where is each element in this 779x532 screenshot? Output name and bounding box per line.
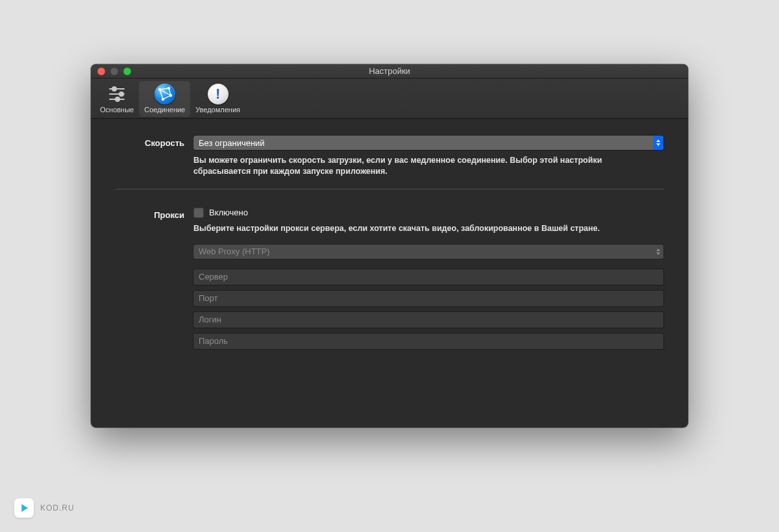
placeholder: Сервер [199,272,228,282]
tab-connection[interactable]: Соединение [139,81,190,117]
tab-label: Соединение [144,106,185,114]
svg-point-8 [162,98,164,101]
preferences-window: Настройки Основные [91,64,688,428]
exclamation-icon: ! [208,84,229,104]
proxy-login-field[interactable]: Логин [193,312,663,328]
svg-point-7 [169,94,172,97]
proxy-enabled-checkbox[interactable] [193,208,204,218]
placeholder: Порт [199,293,217,303]
watermark-text: KOD.RU [40,503,75,513]
sliders-icon [106,84,127,104]
proxy-type-select[interactable]: Web Proxy (HTTP) [193,245,663,259]
titlebar: Настройки [91,64,688,79]
network-icon [155,84,175,104]
toolbar: Основные [91,79,688,119]
tab-general[interactable]: Основные [95,81,139,117]
proxy-hint: Выберите настройки прокси сервера, если … [193,223,648,234]
content-area: Скорость Без ограничений Вы можете огран… [91,119,688,428]
traffic-lights [97,67,131,75]
watermark: KOD.RU [14,498,75,518]
svg-marker-9 [21,504,28,512]
close-button[interactable] [97,67,105,75]
proxy-password-field[interactable]: Пароль [193,333,663,349]
svg-point-6 [167,87,170,90]
tab-label: Основные [100,106,134,114]
proxy-type-value: Web Proxy (HTTP) [193,247,653,256]
speed-label: Скорость [116,136,193,148]
window-title: Настройки [91,64,688,79]
chevron-updown-icon [653,245,663,259]
proxy-enabled-label: Включено [209,208,248,217]
svg-point-5 [158,88,161,91]
chevron-updown-icon [653,136,663,150]
placeholder: Пароль [199,336,228,346]
placeholder: Логин [199,315,221,324]
tab-notifications[interactable]: ! Уведомления [190,81,245,117]
play-icon [14,498,34,518]
tab-label: Уведомления [195,106,240,114]
proxy-label: Прокси [116,208,193,220]
divider [116,189,663,189]
proxy-port-field[interactable]: Порт [193,291,663,306]
minimize-button[interactable] [110,67,118,75]
proxy-server-field[interactable]: Сервер [193,269,663,285]
zoom-button[interactable] [123,67,131,75]
speed-select-value: Без ограничений [193,138,653,148]
speed-hint: Вы можете ограничить скорость загрузки, … [193,155,648,177]
speed-select[interactable]: Без ограничений [193,136,663,150]
proxy-row: Прокси Включено Выберите настройки прокс… [116,208,663,349]
speed-row: Скорость Без ограничений Вы можете огран… [116,136,663,201]
